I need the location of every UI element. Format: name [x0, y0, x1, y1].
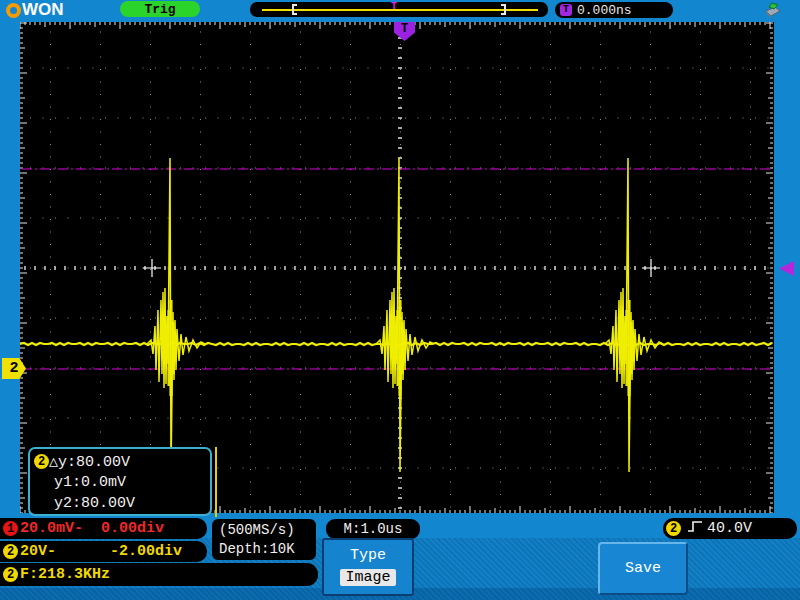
cursor-delta-y: △y:80.00V — [49, 452, 130, 471]
cursor-y1-value: y1:0.0mV — [34, 472, 210, 493]
usb-storage-icon — [763, 2, 783, 24]
timebase-readout: M:1.0us — [326, 519, 420, 539]
sample-rate: (500MS/s) — [219, 521, 316, 540]
channel2-badge: 2 — [3, 544, 18, 559]
trigger-level-arrow-icon[interactable] — [779, 261, 794, 276]
save-button-label: Save — [625, 560, 661, 577]
cursor-measure-panel: 2 △y:80.00V y1:0.0mV y2:80.00V — [28, 447, 212, 516]
vertical-separator-line — [215, 447, 217, 517]
owon-logo-ring-icon — [6, 3, 21, 18]
frequency-channel-badge: 2 — [3, 567, 18, 582]
channel2-badge: 2 — [34, 454, 49, 469]
acquisition-info: (500MS/s) Depth:10K — [212, 519, 316, 560]
owon-logo-text: WON — [22, 0, 64, 20]
rising-edge-icon — [687, 519, 703, 539]
trigger-status-badge: Trig — [120, 1, 200, 17]
channel2-scale-offset: 20V- -2.00div — [20, 543, 182, 560]
channel1-status[interactable]: 1 20.0mV- 0.00div — [0, 518, 207, 539]
trigger-time-readout: T 0.000ns — [555, 2, 673, 18]
memory-trigger-marker: T — [391, 1, 397, 12]
trigger-status-label: Trig — [144, 2, 175, 17]
frequency-value: F:218.3KHz — [20, 566, 110, 583]
trigger-source-badge: 2 — [666, 521, 681, 536]
trigger-level-value: 40.0V — [707, 520, 752, 537]
memory-depth: Depth:10K — [219, 540, 316, 559]
channel1-scale-offset: 20.0mV- 0.00div — [20, 520, 164, 537]
type-menu-label: Type — [324, 547, 412, 564]
cursor-y2-value: y2:80.00V — [34, 493, 210, 514]
channel2-status[interactable]: 2 20V- -2.00div — [0, 541, 207, 562]
memory-bar-line — [262, 9, 538, 11]
owon-logo: WON — [6, 0, 64, 20]
memory-window-right-bracket — [501, 4, 506, 15]
memory-window-left-bracket — [292, 4, 297, 15]
type-menu-value: Image — [340, 569, 395, 586]
waveform-display: T — [20, 22, 774, 513]
trigger-level-readout: 2 40.0V — [663, 518, 797, 539]
save-button[interactable]: Save — [598, 542, 688, 595]
trigger-time-value: 0.000ns — [577, 3, 632, 18]
channel1-badge: 1 — [3, 521, 18, 536]
memory-position-bar: T — [250, 2, 548, 17]
timebase-value: M:1.0us — [344, 521, 403, 537]
trigger-t-icon: T — [560, 4, 572, 16]
type-menu-button[interactable]: Type Image — [322, 538, 414, 596]
frequency-counter: 2 F:218.3KHz — [0, 563, 318, 586]
